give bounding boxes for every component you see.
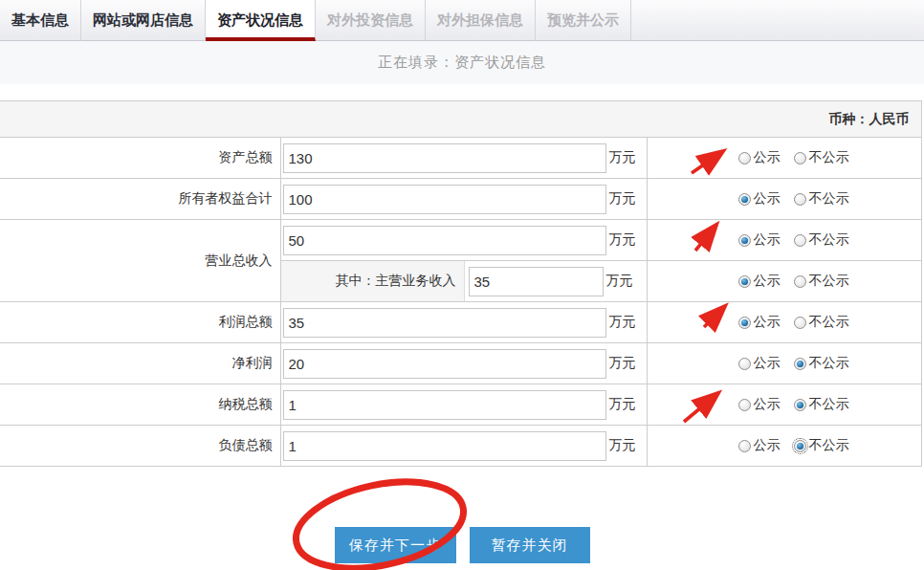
value-input[interactable] xyxy=(283,349,606,379)
value-input[interactable] xyxy=(469,267,604,296)
tab-4: 对外投资信息 xyxy=(316,0,426,41)
publish-no-option: 不公示 xyxy=(794,149,849,166)
current-section-label: 正在填录：资产状况信息 xyxy=(378,54,546,72)
subtitle-bar: 正在填录：资产状况信息 xyxy=(0,41,924,84)
value-cell: 万元 xyxy=(280,220,647,261)
publish-options: 公示不公示 xyxy=(738,355,921,372)
value-cell-inner: 万元 xyxy=(281,384,647,425)
value-input[interactable] xyxy=(283,185,606,214)
publish-yes-radio[interactable] xyxy=(738,234,751,247)
publish-yes-radio[interactable] xyxy=(738,399,751,411)
value-cell-inner: 其中：主营业务收入万元 xyxy=(281,261,647,301)
publish-no-label: 不公示 xyxy=(809,149,849,166)
publish-options: 公示不公示 xyxy=(738,231,921,249)
publish-no-label: 不公示 xyxy=(809,273,849,290)
publish-cell: 公示不公示 xyxy=(647,179,921,220)
row-label: 资产总额 xyxy=(219,149,273,164)
publish-yes-option: 公示 xyxy=(738,437,781,454)
publish-cell: 公示不公示 xyxy=(647,220,921,261)
tab-2[interactable]: 网站或网店信息 xyxy=(81,0,206,41)
value-cell-inner: 万元 xyxy=(281,179,647,219)
sub-row-label: 其中：主营业务收入 xyxy=(281,261,465,301)
unit-label: 万元 xyxy=(609,396,636,413)
table-row: 所有者权益合计万元公示不公示 xyxy=(0,179,921,220)
publish-yes-label: 公示 xyxy=(754,437,781,454)
publish-yes-radio[interactable] xyxy=(738,440,751,452)
row-label-cell: 负债总额 xyxy=(0,426,280,467)
publish-options: 公示不公示 xyxy=(738,149,921,166)
publish-no-label: 不公示 xyxy=(809,231,849,249)
publish-cell: 公示不公示 xyxy=(647,261,921,302)
publish-no-radio[interactable] xyxy=(794,193,806,206)
value-input[interactable] xyxy=(283,390,606,420)
tab-1[interactable]: 基本信息 xyxy=(0,0,81,41)
publish-yes-radio[interactable] xyxy=(738,152,751,164)
table-header-row: 币种：人民币 xyxy=(0,101,921,138)
save-and-next-button[interactable]: 保存并下一步 xyxy=(335,527,456,563)
unit-label: 万元 xyxy=(609,190,636,208)
publish-no-radio[interactable] xyxy=(794,317,806,329)
row-label-cell: 资产总额 xyxy=(0,138,280,179)
table-row: 负债总额万元公示不公示 xyxy=(0,426,921,467)
publish-yes-option: 公示 xyxy=(738,273,781,290)
publish-yes-option: 公示 xyxy=(738,396,781,413)
unit-label: 万元 xyxy=(609,437,636,454)
save-draft-and-close-button[interactable]: 暂存并关闭 xyxy=(470,527,590,563)
publish-yes-label: 公示 xyxy=(754,396,781,413)
publish-cell: 公示不公示 xyxy=(647,302,921,343)
publish-yes-radio[interactable] xyxy=(738,358,751,370)
value-input[interactable] xyxy=(283,226,606,255)
publish-yes-radio[interactable] xyxy=(738,193,751,206)
publish-no-radio[interactable] xyxy=(794,234,806,247)
publish-cell: 公示不公示 xyxy=(647,343,921,384)
publish-no-option: 不公示 xyxy=(794,231,849,249)
tab-3[interactable]: 资产状况信息 xyxy=(206,0,316,41)
value-input[interactable] xyxy=(283,308,606,338)
publish-options: 公示不公示 xyxy=(738,437,921,454)
publish-yes-label: 公示 xyxy=(754,314,781,331)
publish-yes-radio[interactable] xyxy=(738,275,751,288)
row-label: 所有者权益合计 xyxy=(179,190,273,206)
table-row: 营业总收入万元公示不公示 xyxy=(0,220,921,261)
publish-no-label: 不公示 xyxy=(809,396,849,413)
publish-yes-option: 公示 xyxy=(738,355,781,372)
row-label-cell: 纳税总额 xyxy=(0,384,280,426)
row-label-cell: 所有者权益合计 xyxy=(0,179,280,220)
value-cell: 万元 xyxy=(280,138,647,179)
tab-5: 对外担保信息 xyxy=(426,0,536,41)
value-cell-inner: 万元 xyxy=(281,426,647,466)
value-cell: 其中：主营业务收入万元 xyxy=(280,261,647,302)
publish-no-option: 不公示 xyxy=(794,273,849,290)
unit-label: 万元 xyxy=(609,355,636,372)
value-cell-inner: 万元 xyxy=(281,138,647,178)
publish-options: 公示不公示 xyxy=(738,396,921,413)
value-cell: 万元 xyxy=(280,384,647,426)
row-label-cell: 营业总收入 xyxy=(0,220,280,302)
unit-label: 万元 xyxy=(606,273,633,290)
row-label: 纳税总额 xyxy=(219,396,273,411)
publish-yes-option: 公示 xyxy=(738,190,781,208)
publish-yes-option: 公示 xyxy=(738,314,781,331)
value-cell-inner: 万元 xyxy=(281,343,647,384)
publish-yes-option: 公示 xyxy=(738,231,781,249)
value-cell: 万元 xyxy=(280,343,647,384)
table-row: 利润总额万元公示不公示 xyxy=(0,302,921,343)
table-row: 净利润万元公示不公示 xyxy=(0,343,921,384)
publish-no-radio[interactable] xyxy=(794,275,806,288)
publish-yes-option: 公示 xyxy=(738,149,781,166)
row-label-cell: 利润总额 xyxy=(0,302,280,343)
publish-yes-radio[interactable] xyxy=(738,317,751,329)
value-input[interactable] xyxy=(283,143,606,173)
publish-no-label: 不公示 xyxy=(809,355,849,372)
value-input[interactable] xyxy=(283,431,606,461)
value-cell: 万元 xyxy=(280,426,647,467)
value-cell-inner: 万元 xyxy=(281,220,647,260)
publish-no-label: 不公示 xyxy=(809,314,849,331)
publish-no-option: 不公示 xyxy=(794,355,849,372)
publish-no-radio[interactable] xyxy=(794,358,806,370)
publish-options: 公示不公示 xyxy=(738,190,921,208)
publish-no-option: 不公示 xyxy=(794,437,849,454)
publish-no-radio[interactable] xyxy=(794,152,806,164)
publish-no-radio[interactable] xyxy=(794,440,806,452)
publish-no-radio[interactable] xyxy=(794,399,806,411)
